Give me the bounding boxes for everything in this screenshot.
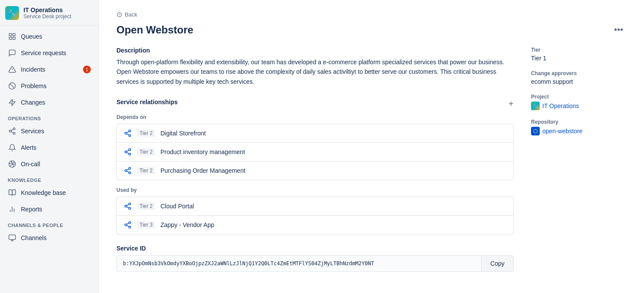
tier-badge-used2: Tier 3 (137, 221, 155, 229)
share-icon-dep2 (124, 148, 132, 156)
back-link[interactable]: ⊙ Back (116, 10, 627, 19)
tier-badge-used1: Tier 2 (137, 202, 155, 210)
sidebar-queues-label: Queues (21, 33, 42, 40)
tier-section: Tier Tier 1 (531, 47, 627, 62)
project-logo-icon: 🔧 (5, 6, 19, 20)
svg-rect-3 (13, 37, 15, 40)
operations-section-label: OPERATIONS (0, 111, 99, 123)
change-approvers-value: ecomm support (531, 78, 627, 85)
sidebar-problems-label: Problems (21, 82, 46, 89)
service-relationships-section: Service relationships + Depends on Tier … (116, 99, 514, 234)
relationships-label: Service relationships (116, 99, 178, 105)
monitor-icon (8, 234, 17, 242)
more-options-button[interactable]: ••• (611, 23, 627, 36)
rel-name-used2: Zappy - Vendor App (160, 221, 214, 228)
description-label: Description (116, 47, 514, 54)
table-row: Tier 3 Zappy - Vendor App (117, 216, 513, 234)
share-icon-used1 (124, 202, 132, 210)
repository-link[interactable]: ⬡ open-webstore (531, 127, 627, 135)
svg-point-8 (13, 128, 15, 130)
alert-icon (8, 65, 17, 74)
svg-rect-0 (9, 33, 11, 36)
share-icon-dep3 (124, 167, 132, 174)
svg-line-38 (126, 207, 129, 208)
sidebar-item-on-call[interactable]: On-call (3, 156, 96, 172)
repository-section: Repository ⬡ open-webstore (531, 119, 627, 135)
used-by-label: Used by (116, 187, 514, 193)
sidebar-item-changes[interactable]: Changes (3, 95, 96, 110)
rel-name-dep1: Digital Storefront (160, 130, 206, 137)
rel-name-dep3: Purchasing Order Management (160, 167, 245, 174)
rel-name-dep2: Product inventory management (160, 148, 245, 155)
chat-icon (8, 49, 17, 57)
sidebar-item-queues[interactable]: Queues (3, 29, 96, 44)
side-column: Tier Tier 1 Change approvers ecomm suppo… (531, 47, 627, 272)
svg-line-29 (126, 150, 129, 151)
tier-label: Tier (531, 47, 627, 53)
service-id-label: Service ID (116, 245, 514, 252)
description-section: Description Through open-platform flexib… (116, 47, 514, 86)
table-row: Tier 2 Cloud Portal (117, 197, 513, 216)
sidebar-item-alerts[interactable]: Alerts (3, 140, 96, 155)
service-id-section: Service ID b:YXJpOmNsb3VkOmdyYXBoOjpzZXJ… (116, 245, 514, 272)
svg-rect-2 (9, 37, 11, 40)
project-logo-icon: 🔧 (531, 102, 540, 110)
sidebar-project-sub: Service Desk project (23, 13, 71, 20)
project-section: Project 🔧 IT Operations (531, 94, 627, 110)
used-by-group: Tier 2 Cloud Portal Tier 3 Zappy - Vendo… (116, 197, 514, 234)
bar-chart-icon (8, 205, 17, 214)
depends-on-group: Tier 2 Digital Storefront Tier 2 Product… (116, 124, 514, 180)
sidebar-item-problems[interactable]: Problems (3, 78, 96, 94)
sidebar-item-reports[interactable]: Reports (3, 201, 96, 217)
project-label: Project (531, 94, 627, 100)
svg-point-20 (129, 130, 131, 132)
svg-point-26 (125, 151, 127, 153)
tier-badge-dep3: Tier 2 (137, 167, 155, 174)
sidebar-alerts-label: Alerts (21, 144, 37, 151)
back-circle-icon: ⊙ (116, 10, 122, 19)
sidebar-services-label: Services (21, 128, 44, 135)
sidebar-item-channels[interactable]: Channels (3, 230, 96, 246)
relationships-header: Service relationships + (116, 99, 514, 109)
svg-point-32 (129, 172, 131, 174)
add-relationship-button[interactable]: + (508, 99, 514, 109)
depends-on-label: Depends on (116, 114, 514, 120)
svg-line-33 (126, 171, 129, 172)
grid-icon (8, 32, 17, 41)
svg-point-41 (125, 224, 127, 226)
sidebar-channels-label: Channels (21, 234, 46, 241)
repository-label: Repository (531, 119, 627, 125)
svg-line-44 (126, 223, 129, 224)
svg-line-7 (10, 84, 15, 89)
project-link[interactable]: 🔧 IT Operations (531, 102, 627, 110)
ban-icon (8, 82, 17, 90)
book-icon (8, 188, 17, 197)
svg-point-40 (129, 222, 131, 224)
svg-line-34 (126, 169, 129, 170)
tier-value: Tier 1 (531, 55, 627, 62)
svg-point-42 (129, 226, 131, 228)
back-label: Back (125, 11, 137, 18)
svg-line-43 (126, 225, 129, 227)
share-icon-dep1 (124, 129, 132, 137)
svg-line-23 (126, 134, 129, 135)
svg-line-11 (11, 132, 13, 133)
repository-link-label: open-webstore (542, 128, 583, 135)
sidebar-reports-label: Reports (21, 206, 42, 213)
sidebar-item-services[interactable]: Services (3, 123, 96, 139)
svg-point-37 (129, 207, 131, 210)
channels-section-label: CHANNELS & PEOPLE (0, 217, 99, 230)
svg-line-12 (11, 129, 13, 131)
knowledge-section-label: KNOWLEDGE (0, 172, 99, 184)
share-icon-used2 (124, 221, 132, 229)
main-column: Description Through open-platform flexib… (116, 47, 514, 272)
copy-button[interactable]: Copy (481, 256, 513, 271)
svg-point-22 (129, 135, 131, 137)
sidebar-item-service-requests[interactable]: Service requests (3, 45, 96, 61)
sidebar: 🔧 IT Operations Service Desk project Que… (0, 0, 99, 293)
table-row: Tier 2 Digital Storefront (117, 124, 513, 143)
bell-icon (8, 143, 17, 152)
sidebar-item-knowledge-base[interactable]: Knowledge base (3, 185, 96, 201)
sidebar-item-incidents[interactable]: Incidents 1 (3, 62, 96, 77)
rel-name-used1: Cloud Portal (160, 203, 194, 210)
